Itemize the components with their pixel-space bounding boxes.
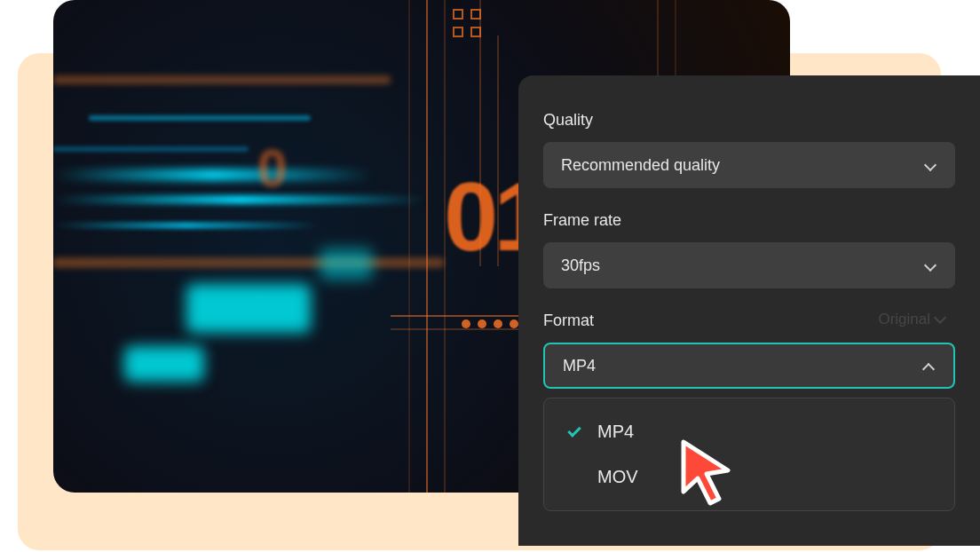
check-slot-empty: [565, 469, 583, 486]
circuit-line: [391, 328, 524, 330]
chevron-down-icon: [923, 258, 937, 272]
framerate-label: Frame rate: [543, 211, 955, 230]
framerate-select[interactable]: 30fps: [543, 242, 955, 288]
preview-digit-small: 0: [257, 138, 287, 199]
circuit-line: [408, 0, 410, 493]
ghost-original-label: Original: [878, 311, 944, 328]
cursor-pointer-icon: [675, 435, 737, 506]
format-field: Format MP4 MP4 MOV: [543, 311, 955, 511]
glow-streak: [53, 75, 391, 84]
circuit-node: [453, 9, 463, 20]
glow-streak: [89, 115, 311, 121]
format-select[interactable]: MP4: [543, 343, 955, 389]
quality-field: Quality Recommended quality: [543, 111, 955, 188]
quality-label: Quality: [543, 111, 955, 130]
format-dropdown: MP4 MOV: [543, 398, 955, 511]
check-icon: [565, 423, 583, 441]
glow-streak: [53, 195, 426, 204]
circuit-line: [391, 315, 524, 317]
export-settings-panel: Quality Recommended quality Frame rate 3…: [518, 75, 980, 546]
circuit-line: [426, 0, 428, 493]
circuit-node: [510, 319, 518, 328]
circuit-node: [470, 27, 481, 37]
glow-streak: [53, 169, 373, 181]
glow-streak: [53, 257, 444, 268]
circuit-node: [470, 9, 481, 20]
circuit-node: [494, 319, 502, 328]
chevron-down-icon: [923, 158, 937, 172]
format-option-mp4[interactable]: MP4: [544, 409, 954, 454]
circuit-node: [462, 319, 470, 328]
glow-block: [186, 284, 311, 333]
format-option-label: MP4: [597, 422, 634, 442]
circuit-node: [478, 319, 486, 328]
glow-streak: [53, 222, 320, 229]
glow-block: [320, 248, 373, 280]
format-option-label: MOV: [597, 467, 638, 487]
chevron-down-icon: [934, 311, 946, 324]
format-option-mov[interactable]: MOV: [544, 454, 954, 500]
circuit-node: [453, 27, 463, 37]
framerate-select-value: 30fps: [561, 256, 600, 275]
glow-streak: [53, 146, 249, 152]
glow-block: [124, 346, 204, 382]
quality-select-value: Recommended quality: [561, 156, 720, 175]
format-select-value: MP4: [563, 357, 596, 375]
quality-select[interactable]: Recommended quality: [543, 142, 955, 188]
chevron-up-icon: [921, 359, 936, 373]
framerate-field: Frame rate 30fps: [543, 211, 955, 288]
